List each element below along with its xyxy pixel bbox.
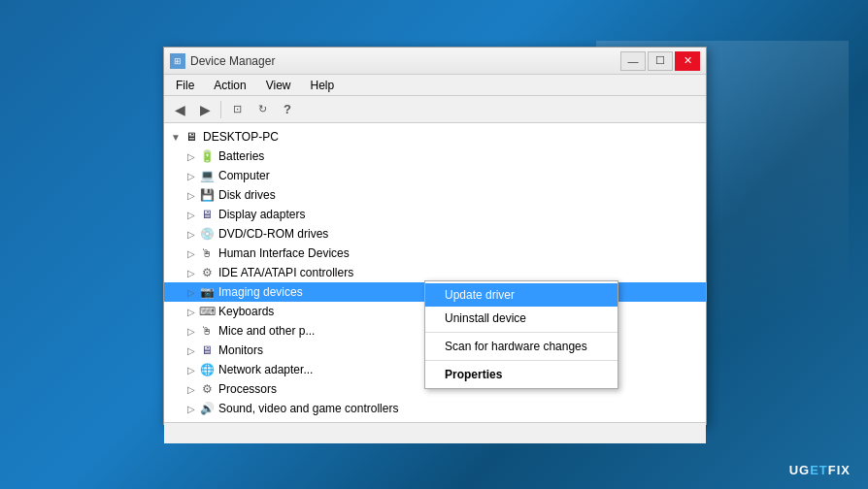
ide-icon: ⚙ <box>199 265 215 280</box>
computer-label: Computer <box>218 169 270 182</box>
sound-icon: 🔊 <box>199 401 215 416</box>
context-menu-properties[interactable]: Properties <box>425 363 618 386</box>
display-label: Display adapters <box>218 208 305 221</box>
context-menu-uninstall[interactable]: Uninstall device <box>425 307 618 330</box>
expand-icon: ▷ <box>184 268 199 278</box>
system-icon: 💻 <box>199 420 215 422</box>
expand-icon: ▷ <box>184 190 199 201</box>
expand-icon: ▷ <box>184 248 199 259</box>
toolbar: ◀ ▶ ⊡ ↻ ? <box>164 96 706 123</box>
statusbar <box>164 422 706 443</box>
tree-item-ide[interactable]: ▷ ⚙ IDE ATA/ATAPI controllers <box>164 263 706 282</box>
tree-item-computer[interactable]: ▷ 💻 Computer <box>164 166 706 185</box>
forward-button[interactable]: ▶ <box>193 99 217 120</box>
expand-icon: ▷ <box>184 345 199 356</box>
expand-icon: ▷ <box>184 171 199 181</box>
network-label: Network adapter... <box>218 363 313 376</box>
expand-icon: ▷ <box>184 151 199 162</box>
imaging-label: Imaging devices <box>218 285 303 299</box>
mice-label: Mice and other p... <box>218 324 315 338</box>
toolbar-separator-1 <box>220 101 221 118</box>
keyboard-icon: ⌨ <box>199 304 215 319</box>
root-label: DESKTOP-PC <box>203 130 279 144</box>
window-title: Device Manager <box>190 54 620 68</box>
window-icon: ⊞ <box>170 53 185 69</box>
refresh-button[interactable]: ↻ <box>250 99 274 120</box>
hid-label: Human Interface Devices <box>218 246 350 260</box>
device-manager-window: ⊞ Device Manager — ☐ ✕ File Action View … <box>163 47 707 425</box>
menu-view[interactable]: View <box>258 77 299 94</box>
help-button[interactable]: ? <box>276 99 299 120</box>
expand-icon: ▷ <box>184 365 199 375</box>
properties-button[interactable]: ⊡ <box>225 99 249 120</box>
context-menu: Update driver Uninstall device Scan for … <box>424 280 618 389</box>
tree-item-disk[interactable]: ▷ 💾 Disk drives <box>164 185 706 205</box>
tree-item-sound[interactable]: ▷ 🔊 Sound, video and game controllers <box>164 399 706 418</box>
context-menu-update-driver[interactable]: Update driver <box>425 283 618 307</box>
expand-icon: ▷ <box>184 229 199 240</box>
desktop: UGETFIX ⊞ Device Manager — ☐ ✕ File Acti… <box>0 0 868 489</box>
sound-label: Sound, video and game controllers <box>218 402 398 415</box>
expand-icon: ▷ <box>184 307 199 317</box>
context-menu-separator-2 <box>425 360 618 361</box>
monitors-icon: 🖥 <box>199 342 215 358</box>
processors-icon: ⚙ <box>199 381 215 397</box>
titlebar-controls: — ☐ ✕ <box>620 51 700 71</box>
content-area: ▼ 🖥 DESKTOP-PC ▷ 🔋 Batteries ▷ 💻 Compute… <box>164 123 706 422</box>
keyboards-label: Keyboards <box>218 305 274 318</box>
batteries-icon: 🔋 <box>199 148 215 164</box>
close-button[interactable]: ✕ <box>675 51 700 71</box>
system-label: System devices <box>218 421 300 422</box>
tree-item-display[interactable]: ▷ 🖥 Display adapters <box>164 205 706 224</box>
dvd-label: DVD/CD-ROM drives <box>218 227 328 241</box>
imaging-icon: 📷 <box>199 284 215 300</box>
expand-icon: ▷ <box>184 210 199 220</box>
computer-icon: 🖥 <box>184 129 199 145</box>
menubar: File Action View Help <box>164 75 706 96</box>
back-button[interactable]: ◀ <box>168 99 191 120</box>
tree-root[interactable]: ▼ 🖥 DESKTOP-PC <box>164 127 706 147</box>
ide-label: IDE ATA/ATAPI controllers <box>218 266 353 279</box>
expand-icon: ▷ <box>184 404 199 414</box>
tree-item-batteries[interactable]: ▷ 🔋 Batteries <box>164 147 706 166</box>
dvd-icon: 💿 <box>199 226 215 242</box>
disk-label: Disk drives <box>218 188 276 202</box>
context-menu-scan[interactable]: Scan for hardware changes <box>425 335 618 358</box>
menu-action[interactable]: Action <box>206 77 253 94</box>
context-menu-separator <box>425 332 618 333</box>
tree-item-hid[interactable]: ▷ 🖱 Human Interface Devices <box>164 244 706 263</box>
processors-label: Processors <box>218 382 277 396</box>
disk-icon: 💾 <box>199 187 215 203</box>
display-icon: 🖥 <box>199 207 215 222</box>
expand-icon: ▷ <box>184 326 199 337</box>
menu-file[interactable]: File <box>168 77 202 94</box>
titlebar: ⊞ Device Manager — ☐ ✕ <box>164 48 706 75</box>
monitors-label: Monitors <box>218 343 263 357</box>
tree-item-dvd[interactable]: ▷ 💿 DVD/CD-ROM drives <box>164 224 706 244</box>
computer-icon: 💻 <box>199 168 215 183</box>
expand-icon: ▼ <box>168 132 184 143</box>
network-icon: 🌐 <box>199 362 215 377</box>
maximize-button[interactable]: ☐ <box>648 51 673 71</box>
batteries-label: Batteries <box>218 149 264 163</box>
minimize-button[interactable]: — <box>620 51 646 71</box>
tree-item-system[interactable]: ▷ 💻 System devices <box>164 418 706 422</box>
hid-icon: 🖱 <box>199 245 215 261</box>
mice-icon: 🖱 <box>199 323 215 339</box>
menu-help[interactable]: Help <box>303 77 343 94</box>
expand-icon: ▷ <box>184 287 199 298</box>
expand-icon: ▷ <box>184 384 199 395</box>
watermark: UGETFIX <box>789 463 851 477</box>
